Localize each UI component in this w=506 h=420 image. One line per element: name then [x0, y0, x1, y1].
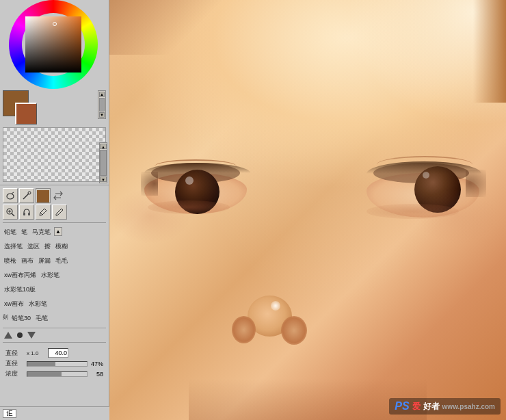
- svg-rect-11: [28, 213, 30, 215]
- tool-label-bright[interactable]: 喷枪: [3, 256, 18, 266]
- diameter-input[interactable]: [48, 348, 68, 358]
- density-slider[interactable]: [27, 371, 88, 377]
- tool-label-blur[interactable]: 模糊: [54, 241, 69, 252]
- brush-size-up-indicator: [4, 332, 12, 339]
- diameter2-label: 直径: [5, 359, 25, 368]
- color-square[interactable]: [25, 16, 81, 73]
- tool-label-canvas[interactable]: 画布: [20, 256, 35, 266]
- watermark-url: www.psahz.com: [442, 403, 495, 410]
- tool-label-brush[interactable]: 笔: [20, 227, 29, 237]
- texture-scroll-up[interactable]: ▲: [100, 144, 107, 149]
- nose-highlight: [271, 301, 280, 311]
- texture-scrollbar[interactable]: ▲ ▼: [99, 142, 107, 183]
- tool-labels-row7: 刻 铅笔30 毛笔: [3, 313, 106, 324]
- tool-lasso[interactable]: [3, 188, 18, 203]
- tool-label-fill2[interactable]: xw画布: [3, 299, 25, 309]
- swatch-scrollbar[interactable]: ▲ ▼: [98, 90, 106, 119]
- watermark-ps: PS: [395, 400, 409, 412]
- left-panel: ▲ ▼ ▲ ▼: [0, 0, 109, 420]
- tool-labels-row6: xw画布 水彩笔: [3, 299, 106, 309]
- color-picker-cursor: [53, 22, 57, 26]
- tool-label-watercolor10[interactable]: 水彩笔10版: [3, 285, 37, 295]
- tool-label-watercolor[interactable]: 水彩笔: [40, 270, 61, 280]
- nose-left-wing: [232, 316, 256, 343]
- density-value: 58: [90, 371, 103, 378]
- watermark-love: 爱: [412, 401, 421, 412]
- color-wheel[interactable]: [9, 0, 98, 89]
- texture-scroll-down[interactable]: ▼: [100, 176, 107, 182]
- hair-left: [109, 0, 246, 55]
- svg-line-12: [40, 213, 42, 215]
- color-swatch-fg[interactable]: [36, 188, 51, 203]
- bottom-controls: 直径 x 1.0 直径 47% 浓度 58: [3, 345, 106, 381]
- background-color[interactable]: [15, 103, 37, 124]
- x-multiplier: x 1.0: [27, 350, 46, 356]
- tool-label-hairbrush2[interactable]: 毛笔: [34, 313, 49, 324]
- scroll-down-arrow[interactable]: ▼: [99, 112, 105, 118]
- tool-label-flash[interactable]: 屏漏: [37, 256, 52, 266]
- texture-scroll-thumb[interactable]: [100, 150, 107, 176]
- color-wheel-area[interactable]: [0, 0, 106, 89]
- svg-point-3: [28, 192, 31, 194]
- cheek-left: [109, 189, 191, 244]
- tool-label-eraser[interactable]: 擦: [43, 241, 52, 252]
- svg-point-0: [7, 194, 14, 199]
- scroll-up-arrow[interactable]: ▲: [99, 92, 105, 97]
- tool-label-hairbrush[interactable]: 毛毛: [54, 256, 69, 266]
- tool-labels-row4: xw画布丙烯 水彩笔: [3, 270, 106, 280]
- tool-label-marker[interactable]: 马克笔: [31, 227, 52, 237]
- diameter-label: 直径: [5, 349, 25, 358]
- status-bar: tE: [0, 406, 109, 420]
- eye-left-highlight: [185, 176, 194, 185]
- tool-brush-small[interactable]: [52, 205, 67, 220]
- watermark-site: 好者: [423, 401, 440, 412]
- diameter-slider[interactable]: [27, 361, 88, 367]
- swap-colors-btn[interactable]: [52, 189, 64, 202]
- nose-area: [228, 275, 310, 357]
- watermark: PS 爱 好者 www.psahz.com: [389, 398, 501, 415]
- tool-labels-row2: 选择笔 选区 擦 模糊: [3, 241, 106, 252]
- brush-dot: [17, 332, 23, 338]
- tool-wand[interactable]: [19, 188, 34, 203]
- nose-right-wing: [281, 316, 307, 345]
- tool-label-coloring[interactable]: 水彩笔: [27, 299, 49, 309]
- scroll-thumb[interactable]: [99, 98, 105, 111]
- svg-rect-10: [23, 213, 25, 215]
- svg-line-7: [12, 213, 14, 216]
- brush-size-down-indicator: [27, 332, 36, 339]
- density-label: 浓度: [5, 369, 25, 378]
- tool-labels-row3: 喷枪 画布 屏漏 毛毛: [3, 256, 106, 266]
- tool-labels-row5: 水彩笔10版: [3, 285, 106, 295]
- texture-panel[interactable]: [3, 127, 106, 182]
- brush-preview-row: [3, 331, 106, 339]
- svg-line-1: [12, 192, 14, 194]
- diameter-slider-value: 47%: [90, 360, 103, 367]
- tool-label-region[interactable]: 选区: [26, 241, 41, 252]
- canvas-image: PS 爱 好者 www.psahz.com: [109, 0, 506, 420]
- tool-small-labels: 刻: [3, 313, 8, 324]
- main-canvas[interactable]: PS 爱 好者 www.psahz.com: [109, 0, 506, 420]
- scrollbar-mini[interactable]: ▲: [54, 227, 62, 237]
- tool-label-pencil[interactable]: 铅笔: [3, 227, 18, 237]
- cheek-right: [416, 189, 498, 244]
- tool-headphone[interactable]: [19, 205, 34, 220]
- tool-label-pencil30[interactable]: 铅笔30: [10, 313, 32, 324]
- tool-label-selector[interactable]: 选择笔: [3, 241, 24, 252]
- hair-right: [465, 0, 506, 103]
- status-te: tE: [3, 409, 16, 418]
- tool-panel: 铅笔 笔 马克笔 ▲ 选择笔 选区 擦 模糊 喷枪 画布 屏漏 毛毛 xw画布丙…: [0, 187, 109, 382]
- tool-label-fill[interactable]: xw画布丙烯: [3, 270, 38, 280]
- svg-line-2: [23, 194, 29, 199]
- tool-pencil-small[interactable]: [36, 205, 51, 220]
- tool-zoom[interactable]: [3, 205, 18, 220]
- tool-labels-row1: 铅笔 笔 马克笔 ▲: [3, 227, 106, 237]
